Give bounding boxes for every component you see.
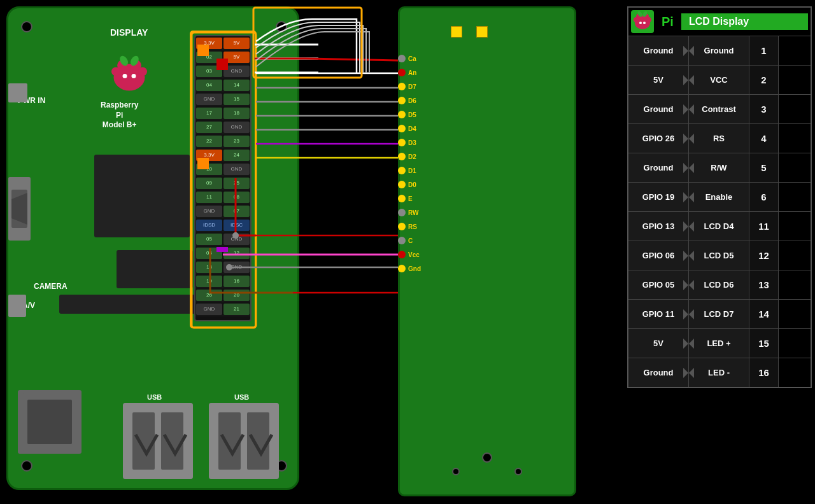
num-cell-1: 1	[749, 36, 779, 65]
lcd-pin-an-dot	[398, 69, 406, 76]
svg-point-4	[138, 67, 147, 76]
num-cell-3: 3	[749, 95, 779, 123]
num-cell-4: 4	[749, 124, 779, 153]
svg-rect-12	[27, 400, 72, 444]
pi-cell-11: 5V	[628, 329, 689, 358]
lcd-pin-d0-label: D0	[408, 181, 426, 188]
pi-logo-small-icon	[631, 10, 654, 33]
lcd-pin-d1-label: D1	[408, 167, 426, 174]
lcd-pin-d6-label: D6	[408, 97, 426, 104]
sd-card-area	[117, 250, 193, 288]
rpi-model-text: Raspberry Pi Model B+	[101, 101, 138, 130]
lcd-pin-d3-label: D3	[408, 139, 426, 146]
pi-cell-5: Ground	[628, 153, 689, 182]
lcd-pin-c-label: C	[408, 237, 426, 244]
table-row: GPIO 11 LCD D7 14	[628, 299, 811, 328]
svg-point-7	[123, 74, 127, 78]
num-cell-12: 16	[749, 358, 779, 387]
lcd-pin-ca-label: Ca	[408, 55, 426, 62]
pwr-connector	[8, 83, 27, 102]
svg-rect-14	[132, 412, 155, 470]
lcd-pin-d6-dot	[398, 97, 406, 104]
lcd-cell-8: LCD D5	[689, 241, 749, 270]
lcd-cell-5: R/W	[689, 153, 749, 182]
lcd-pin-d5-label: D5	[408, 111, 426, 118]
pi-cell-9: GPIO 05	[628, 270, 689, 299]
svg-rect-17	[218, 412, 241, 470]
pi-cell-12: Ground	[628, 358, 689, 387]
lcd-pin-rw-label: RW	[408, 209, 426, 216]
lcd-cell-1: Ground	[689, 36, 749, 65]
lcd-cell-7: LCD D4	[689, 212, 749, 241]
pi-text: Pi	[658, 15, 677, 29]
table-row: GPIO 26 RS 4	[628, 123, 811, 153]
lcd-pin-an-label: An	[408, 69, 426, 76]
lcd-pin-e-label: E	[408, 195, 426, 202]
gpio-connector: 3.3V5V 025V 03GND 0414 GND15 1718 27GND …	[194, 35, 252, 321]
lcd-pin-d2-dot	[398, 153, 406, 160]
hdmi-connector	[8, 177, 31, 241]
lcd-pin-ca-dot	[398, 55, 406, 62]
lcd-cell-2: VCC	[689, 66, 749, 94]
lcd-pin-e-dot	[398, 195, 406, 202]
table-row: 5V LED + 15	[628, 328, 811, 358]
table-row: GPIO 19 Enable 6	[628, 182, 811, 211]
num-cell-7: 11	[749, 212, 779, 241]
mount-hole-bl	[21, 460, 32, 472]
table-row: GPIO 13 LCD D4 11	[628, 211, 811, 241]
pi-cell-4: GPIO 26	[628, 124, 689, 153]
num-cell-5: 5	[749, 153, 779, 182]
lcd-cell-4: RS	[689, 124, 749, 153]
pi-cell-3: Ground	[628, 95, 689, 123]
lcd-pin-d3-dot	[398, 139, 406, 146]
usb1-label: USB	[147, 393, 162, 401]
lcd-connector-1	[451, 26, 462, 38]
svg-point-48	[643, 22, 646, 24]
usb1-connector	[123, 403, 193, 479]
table-row: Ground LED - 16	[628, 358, 811, 387]
pi-cell-1: Ground	[628, 36, 689, 65]
lcd-cell-12: LED -	[689, 358, 749, 387]
lcd-pin-d4-label: D4	[408, 125, 426, 132]
reference-table: Pi LCD Display Ground Ground 1 5V VCC 2 …	[627, 6, 812, 388]
lcd-pin-d0-dot	[398, 181, 406, 188]
table-row: 5V VCC 2	[628, 65, 811, 94]
lcd-mount-hole-2	[452, 468, 460, 475]
lcd-mount-hole-3	[514, 468, 522, 475]
rpi-logo-icon	[107, 53, 152, 97]
mount-hole-tl	[21, 21, 32, 32]
lcd-cell-10: LCD D7	[689, 300, 749, 328]
table-row: GPIO 05 LCD D6 13	[628, 270, 811, 299]
num-cell-6: 6	[749, 183, 779, 211]
svg-point-3	[111, 67, 120, 76]
lcd-cell-6: Enable	[689, 183, 749, 211]
ethernet-connector	[18, 390, 82, 454]
svg-rect-18	[247, 412, 269, 470]
lcd-cell-9: LCD D6	[689, 270, 749, 299]
pi-cell-7: GPIO 13	[628, 212, 689, 241]
lcd-pin-rw-dot	[398, 209, 406, 216]
mount-hole-tr	[276, 21, 287, 32]
svg-point-44	[646, 17, 651, 22]
lcd-display-title: LCD Display	[681, 13, 808, 30]
display-component	[94, 155, 190, 237]
lcd-pin-d7-label: D7	[408, 83, 426, 90]
lcd-pin-c-dot	[398, 237, 406, 244]
svg-point-47	[639, 22, 642, 24]
pi-cell-10: GPIO 11	[628, 300, 689, 328]
table-row: Ground Contrast 3	[628, 94, 811, 123]
usb2-connector	[209, 403, 279, 479]
lcd-pin-gnd-label: Gnd	[408, 265, 426, 272]
lcd-pin-d2-label: D2	[408, 153, 426, 160]
svg-point-8	[132, 74, 136, 78]
lcd-pin-gnd-dot	[398, 265, 406, 272]
table-row: Ground Ground 1	[628, 36, 811, 65]
camera-label: CAMERA	[34, 282, 67, 291]
num-cell-9: 13	[749, 270, 779, 299]
lcd-pin-d1-dot	[398, 167, 406, 174]
num-cell-10: 14	[749, 300, 779, 328]
lcd-pin-labels: Ca An D7 D6 D5 D4 D3 D2 D1 D0 E RW	[398, 52, 426, 275]
svg-point-43	[634, 17, 639, 22]
lcd-cell-3: Contrast	[689, 95, 749, 123]
lcd-pin-d5-dot	[398, 111, 406, 118]
